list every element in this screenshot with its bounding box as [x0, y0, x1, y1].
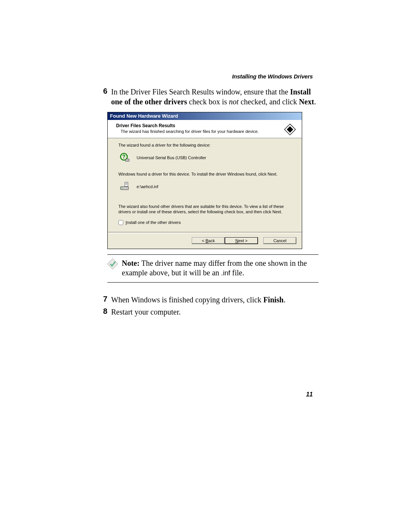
- wizard-install-note: Windows found a driver for this device. …: [118, 172, 293, 176]
- step-8: 8 Restart your computer.: [95, 307, 318, 317]
- text: checked, and click: [239, 97, 299, 106]
- note-block: Note: The driver name may differ from th…: [107, 254, 319, 283]
- text: The driver name may differ from the one …: [122, 259, 307, 277]
- device-row: ? Universal Serial Bus (USB) Controller: [120, 153, 293, 163]
- checkbox-label: Install one of the other drivers: [126, 220, 181, 225]
- wizard-button-row: < Back Next > Cancel: [108, 233, 302, 249]
- bold-text: Finish: [263, 296, 284, 304]
- svg-text:?: ?: [122, 153, 126, 160]
- inf-extension: .inf: [221, 269, 230, 277]
- text: .: [284, 296, 285, 304]
- step-body: When Windows is finished copying drivers…: [107, 295, 285, 305]
- svg-marker-12: [107, 259, 118, 269]
- step-number: 6: [95, 87, 107, 96]
- text: In the Driver Files Search Results windo…: [111, 88, 290, 96]
- step-number: 8: [95, 307, 107, 316]
- text: Restart your computer.: [111, 308, 181, 316]
- text: check box is: [187, 97, 229, 106]
- note-checkmark-icon: [107, 259, 118, 269]
- svg-point-10: [121, 188, 122, 189]
- note-bottom-rule: [107, 282, 319, 283]
- wizard-other-drivers-text: The wizard also found other drivers that…: [118, 204, 293, 215]
- file-row: e:\aehcd.inf: [120, 182, 293, 192]
- step-6: 6 In the Driver Files Search Results win…: [95, 87, 318, 107]
- bold-text: Next: [299, 97, 314, 106]
- note-text: Note: The driver name may differ from th…: [122, 259, 319, 278]
- wizard-screenshot: Found New Hardware Wizard Driver Files S…: [107, 112, 318, 249]
- wizard-window: Found New Hardware Wizard Driver Files S…: [107, 112, 302, 249]
- file-path: e:\aehcd.inf: [137, 184, 158, 189]
- wizard-found-text: The wizard found a driver for the follow…: [118, 143, 293, 147]
- step-body: In the Driver Files Search Results windo…: [107, 87, 318, 107]
- wizard-header: Driver Files Search Results The wizard h…: [108, 120, 302, 138]
- svg-rect-4: [126, 159, 129, 161]
- step-7: 7 When Windows is finished copying drive…: [95, 295, 318, 305]
- text: file.: [230, 268, 244, 277]
- next-button[interactable]: Next >: [225, 237, 258, 244]
- svg-rect-5: [125, 182, 128, 187]
- step-number: 7: [95, 295, 107, 304]
- cancel-button[interactable]: Cancel: [263, 237, 296, 244]
- install-other-drivers-checkbox[interactable]: [118, 220, 123, 225]
- page-content: 6 In the Driver Files Search Results win…: [95, 87, 318, 319]
- question-device-icon: ?: [120, 153, 130, 163]
- wizard-header-subtitle: The wizard has finished searching for dr…: [121, 129, 259, 134]
- wizard-header-title: Driver Files Search Results: [116, 123, 259, 128]
- device-name: Universal Serial Bus (USB) Controller: [137, 155, 206, 160]
- page-number: 11: [306, 391, 313, 398]
- back-button[interactable]: < Back: [192, 237, 225, 244]
- svg-rect-11: [123, 187, 127, 189]
- checkbox-row: Install one of the other drivers: [118, 220, 293, 225]
- text: .: [314, 97, 316, 106]
- italic-text: not: [229, 97, 239, 106]
- text: When Windows is finished copying drivers…: [111, 296, 263, 304]
- running-header: Installing the Windows Drivers: [232, 73, 313, 80]
- drive-file-icon: [120, 182, 130, 192]
- note-top-rule: [107, 254, 319, 255]
- step-body: Restart your computer.: [107, 307, 181, 317]
- note-label: Note:: [122, 259, 140, 267]
- wizard-body: The wizard found a driver for the follow…: [108, 138, 302, 227]
- diamond-icon: [284, 123, 296, 136]
- wizard-titlebar: Found New Hardware Wizard: [108, 112, 302, 120]
